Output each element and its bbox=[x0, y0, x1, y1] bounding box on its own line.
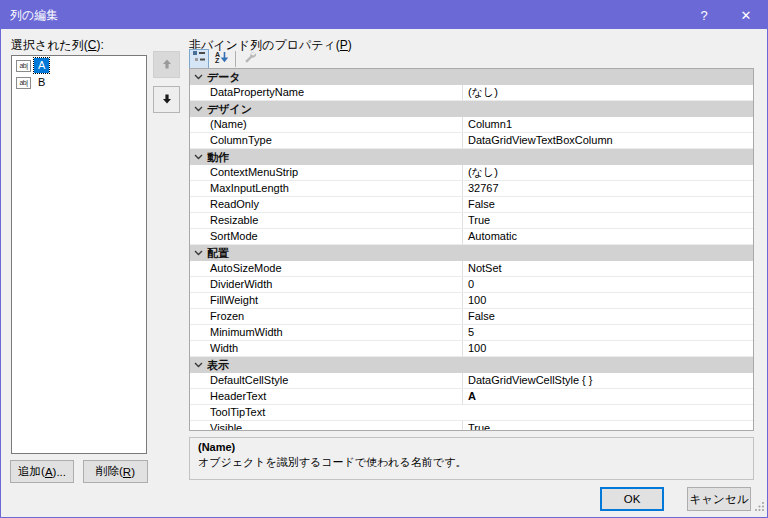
edit-columns-dialog: 列の編集 ? ✕ 選択された列(C): ab|Aab|B 非バインド列のプロパテ… bbox=[0, 0, 768, 518]
textbox-column-icon: ab| bbox=[16, 77, 31, 89]
property-name: Resizable bbox=[208, 213, 461, 228]
column-list-item[interactable]: ab|A bbox=[13, 57, 145, 74]
textbox-column-icon: ab| bbox=[16, 60, 31, 72]
property-name: AutoSizeMode bbox=[208, 261, 461, 276]
property-value[interactable]: DataGridViewTextBoxColumn bbox=[462, 133, 753, 148]
property-row[interactable]: DefaultCellStyleDataGridViewCellStyle { … bbox=[190, 373, 753, 389]
help-button[interactable]: ? bbox=[683, 1, 725, 29]
property-value[interactable]: True bbox=[462, 421, 753, 431]
property-row[interactable]: DataPropertyName(なし) bbox=[190, 85, 753, 101]
property-name: Visible bbox=[208, 421, 461, 431]
category-row[interactable]: 動作 bbox=[190, 149, 753, 165]
property-name: HeaderText bbox=[208, 389, 461, 404]
up-arrow-icon bbox=[161, 56, 173, 74]
property-grid[interactable]: データDataPropertyName(なし)デザイン(Name)Column1… bbox=[189, 68, 754, 431]
down-arrow-icon bbox=[161, 91, 173, 109]
property-name: Frozen bbox=[208, 309, 461, 324]
column-item-label: A bbox=[34, 58, 49, 73]
alphabetical-sort-button[interactable]: A Z bbox=[211, 49, 231, 69]
property-value[interactable]: False bbox=[462, 309, 753, 324]
property-name: DividerWidth bbox=[208, 277, 461, 292]
property-value[interactable]: 32767 bbox=[462, 181, 753, 196]
resize-grip-icon[interactable] bbox=[755, 497, 765, 515]
category-label: 動作 bbox=[207, 150, 229, 165]
window-title: 列の編集 bbox=[1, 7, 58, 24]
property-row[interactable]: SortModeAutomatic bbox=[190, 229, 753, 245]
property-name: DataPropertyName bbox=[208, 85, 461, 100]
chevron-down-icon bbox=[190, 362, 207, 368]
category-row[interactable]: データ bbox=[190, 69, 753, 85]
close-button[interactable]: ✕ bbox=[725, 1, 767, 29]
category-row[interactable]: 表示 bbox=[190, 357, 753, 373]
remove-button[interactable]: 削除(R) bbox=[83, 460, 148, 483]
category-label: 配置 bbox=[207, 246, 229, 261]
property-value[interactable]: A bbox=[462, 389, 753, 404]
property-row[interactable]: ContextMenuStrip(なし) bbox=[190, 165, 753, 181]
property-row[interactable]: ResizableTrue bbox=[190, 213, 753, 229]
ok-button[interactable]: OK bbox=[600, 487, 664, 511]
property-name: MinimumWidth bbox=[208, 325, 461, 340]
selected-columns-label: 選択された列(C): bbox=[11, 37, 104, 54]
property-name: Width bbox=[208, 341, 461, 356]
column-item-label: B bbox=[34, 75, 49, 90]
category-row[interactable]: 配置 bbox=[190, 245, 753, 261]
column-list[interactable]: ab|Aab|B bbox=[11, 55, 147, 454]
property-value[interactable]: 100 bbox=[462, 341, 753, 356]
move-down-button[interactable] bbox=[153, 86, 180, 113]
property-name: (Name) bbox=[208, 117, 461, 132]
category-row[interactable]: デザイン bbox=[190, 101, 753, 117]
categorized-icon bbox=[192, 50, 206, 68]
property-value[interactable]: 5 bbox=[462, 325, 753, 340]
property-row[interactable]: MaxInputLength32767 bbox=[190, 181, 753, 197]
property-name: ContextMenuStrip bbox=[208, 165, 461, 180]
column-list-item[interactable]: ab|B bbox=[13, 74, 145, 91]
add-button[interactable]: 追加(A)... bbox=[10, 460, 74, 483]
property-value[interactable]: DataGridViewCellStyle { } bbox=[462, 373, 753, 388]
chevron-down-icon bbox=[190, 74, 207, 80]
property-row[interactable]: Width100 bbox=[190, 341, 753, 357]
property-name: FillWeight bbox=[208, 293, 461, 308]
property-pages-button[interactable] bbox=[240, 49, 260, 69]
property-row[interactable]: VisibleTrue bbox=[190, 421, 753, 431]
property-value[interactable]: 100 bbox=[462, 293, 753, 308]
property-value[interactable]: True bbox=[462, 213, 753, 228]
property-row[interactable]: ReadOnlyFalse bbox=[190, 197, 753, 213]
property-value[interactable]: 0 bbox=[462, 277, 753, 292]
move-up-button[interactable] bbox=[153, 51, 180, 78]
property-value[interactable]: (なし) bbox=[462, 85, 753, 100]
toolbar-separator bbox=[235, 51, 236, 67]
property-row[interactable]: DividerWidth0 bbox=[190, 277, 753, 293]
property-row[interactable]: FrozenFalse bbox=[190, 309, 753, 325]
titlebar: 列の編集 ? ✕ bbox=[1, 1, 767, 29]
property-row[interactable]: MinimumWidth5 bbox=[190, 325, 753, 341]
category-label: データ bbox=[207, 70, 241, 85]
property-row[interactable]: HeaderTextA bbox=[190, 389, 753, 405]
property-row[interactable]: (Name)Column1 bbox=[190, 117, 753, 133]
property-row[interactable]: ToolTipText bbox=[190, 405, 753, 421]
description-text: オブジェクトを識別するコードで使われる名前です。 bbox=[198, 455, 745, 470]
property-name: ReadOnly bbox=[208, 197, 461, 212]
cancel-button[interactable]: キャンセル bbox=[687, 487, 751, 511]
category-label: デザイン bbox=[207, 102, 252, 117]
svg-text:Z: Z bbox=[215, 57, 220, 64]
property-name: DefaultCellStyle bbox=[208, 373, 461, 388]
chevron-down-icon bbox=[190, 106, 207, 112]
property-value[interactable]: Automatic bbox=[462, 229, 753, 244]
property-name: ColumnType bbox=[208, 133, 461, 148]
chevron-down-icon bbox=[190, 250, 207, 256]
property-name: SortMode bbox=[208, 229, 461, 244]
property-name: MaxInputLength bbox=[208, 181, 461, 196]
property-value[interactable]: False bbox=[462, 197, 753, 212]
property-value[interactable]: (なし) bbox=[462, 165, 753, 180]
property-value[interactable]: Column1 bbox=[462, 117, 753, 132]
property-row[interactable]: ColumnTypeDataGridViewTextBoxColumn bbox=[190, 133, 753, 149]
property-row[interactable]: AutoSizeModeNotSet bbox=[190, 261, 753, 277]
category-label: 表示 bbox=[207, 358, 229, 373]
description-title: (Name) bbox=[198, 441, 745, 453]
property-grid-toolbar: A Z bbox=[189, 49, 262, 69]
property-value[interactable]: NotSet bbox=[462, 261, 753, 276]
property-description-pane: (Name) オブジェクトを識別するコードで使われる名前です。 bbox=[189, 437, 754, 480]
categorized-button[interactable] bbox=[189, 49, 209, 69]
property-grid-rows: データDataPropertyName(なし)デザイン(Name)Column1… bbox=[190, 69, 753, 431]
property-row[interactable]: FillWeight100 bbox=[190, 293, 753, 309]
